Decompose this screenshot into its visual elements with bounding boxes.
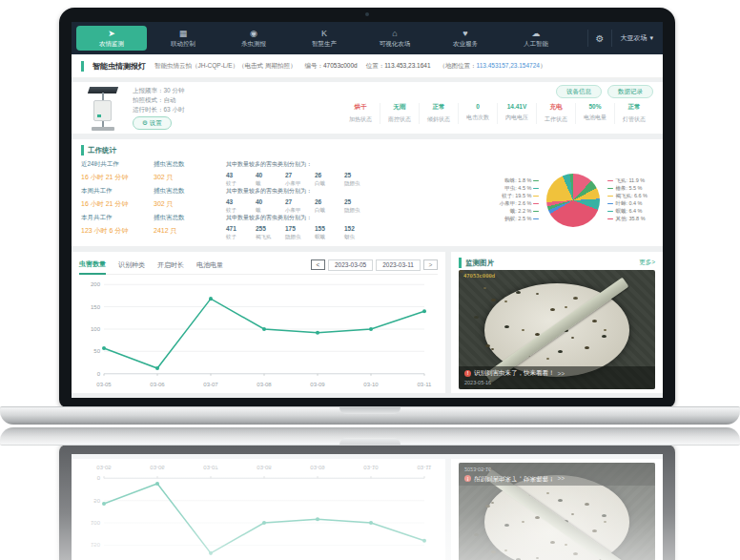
device-info-pill[interactable]: 设备信息 — [556, 85, 602, 98]
status-lamp-tube: 正常 灯管状态 — [614, 103, 653, 124]
status-label: 工作状态 — [538, 115, 574, 124]
pest-detail-title: 其中数量较多的害虫类别分别为： — [226, 160, 380, 169]
catch-total-label: 捕虫害总数 — [154, 187, 215, 196]
pest-item: 25隐翅虫 — [344, 172, 367, 187]
status-value: 烘干 — [342, 103, 379, 112]
pest-count: 255 — [256, 225, 278, 232]
photo-card-title: 监测图片 — [465, 259, 494, 268]
alert-line: ! 识别到害虫来了，快来看看！ >> — [464, 474, 649, 483]
pie-label: 褐飞虱: 6.6 % — [607, 193, 648, 199]
pie-label-text: 蚊子: 19.5 % — [502, 193, 531, 199]
settings-button[interactable]: ⚙ 设置 — [133, 116, 172, 130]
alert-line[interactable]: ! 识别到害虫来了，快来看看！ >> — [464, 369, 649, 378]
date-controls: < 2023-03-05 2023-03-11 > — [311, 259, 438, 271]
pest-count: 27 — [285, 198, 308, 205]
svg-text:150: 150 — [91, 304, 101, 310]
date-from-input[interactable]: 2023-03-05 — [328, 259, 373, 271]
map-location-value[interactable]: 113.453157,23.154724 — [477, 62, 540, 69]
device-title-bar: 智能虫情测报灯 智能虫情云拍（JH-CQP-L/E）（电击式 周期拍照） 编号：… — [72, 54, 663, 78]
pie-label-text: 椿象: 5.5 % — [615, 185, 642, 192]
data-record-pill[interactable]: 数据记录 — [607, 85, 653, 98]
pest-count: 175 — [285, 225, 308, 232]
tab-on-duration[interactable]: 开启时长 — [157, 256, 184, 274]
nav-label: 农业服务 — [453, 40, 478, 49]
trend-card: 虫害数量 识别种类 开启时长 电池电量 < 2023-03-05 2023-03… — [72, 459, 445, 560]
next-date-button[interactable]: > — [423, 259, 438, 270]
device-number: 编号：47053c000d — [304, 62, 357, 71]
pest-item: 43蚊子 — [226, 198, 249, 214]
pill-row: 设备信息 数据记录 — [556, 85, 653, 98]
nav-item-pest-report[interactable]: ◉ 杀虫测报 — [218, 22, 289, 54]
nav-label: 人工智能 — [524, 40, 548, 49]
device-status-area: 设备信息 数据记录 烘干 加热状态 无雨 雨控状态 正常 — [341, 85, 653, 131]
nav-item-linkage-control[interactable]: ▦ 联动控制 — [148, 22, 218, 54]
farm-selector-dropdown[interactable]: 大亚农场 ▾ — [620, 33, 653, 43]
laptop: ➤ 农情监测 ▦ 联动控制 ◉ 杀虫测报 K 智慧生产 ⌂ 可视化农场 — [59, 445, 675, 560]
status-value: 正常 — [421, 103, 457, 112]
photo-date: 2023-05-16 — [464, 467, 649, 472]
work-duration-block: 本周共工作 16 小时 21 分钟 — [81, 187, 142, 214]
pest-name: 白蛾 — [315, 180, 338, 187]
status-value: 50% — [577, 103, 613, 110]
lamp-base — [92, 127, 114, 131]
nav-label: 联动控制 — [171, 40, 195, 49]
building-icon: ⌂ — [392, 29, 397, 38]
pest-item: 152蚜虫 — [344, 225, 367, 240]
svg-text:100: 100 — [91, 326, 101, 332]
gear-icon[interactable]: ⚙ — [596, 33, 605, 44]
work-stats-body: 近24时共工作 16 小时 21 分钟 捕虫害总数 302 只 其中数量较多的害… — [81, 156, 653, 244]
grid-icon: ▦ — [179, 29, 188, 38]
insect-count-chart: 05010015020003-0503-0603-0703-0803-0903-… — [79, 461, 438, 560]
catch-total-block: 捕虫害总数 2412 只 — [154, 214, 215, 240]
monitor-photo-card: 监测图片 更多> 47053c000d ! 识别到害虫来了，快来看看！ — [451, 459, 663, 560]
status-value: 14.41V — [499, 103, 535, 110]
tab-species[interactable]: 识别种类 — [118, 256, 145, 274]
alert-arrows: >> — [558, 370, 565, 377]
stat-row-week: 本周共工作 16 小时 21 分钟 捕虫害总数 302 只 其中数量较多的害虫类… — [81, 187, 380, 214]
photo-header: 监测图片 更多> — [459, 256, 655, 270]
pie-label: 蛾: 2.2 % — [510, 208, 540, 215]
nav-item-smart-production[interactable]: K 智慧生产 — [289, 22, 360, 54]
trap-photo[interactable]: 47053c000d ! 识别到害虫来了，快来看看！ >> 2023-05-16 — [459, 270, 655, 389]
prev-date-button[interactable]: < — [311, 259, 325, 270]
svg-text:03-09: 03-09 — [310, 382, 325, 387]
laptop: ➤ 农情监测 ▦ 联动控制 ◉ 杀虫测报 K 智慧生产 ⌂ 可视化农场 — [59, 8, 675, 407]
photo-device-id: 47053c000d — [463, 273, 495, 279]
lamp-indicator — [97, 114, 101, 117]
status-label: 内电电压 — [499, 114, 535, 122]
pest-item: 26白蛾 — [315, 172, 338, 187]
work-stats-rows: 近24时共工作 16 小时 21 分钟 捕虫害总数 302 只 其中数量较多的害… — [81, 156, 380, 244]
device-card: 上报频率：30 分钟 拍照模式：自动 运行时长：63 小时 ⚙ 设置 设备信息 … — [72, 82, 663, 134]
svg-text:03-08: 03-08 — [257, 465, 272, 470]
pest-name: 小象甲 — [285, 207, 308, 214]
date-to-input[interactable]: 2023-03-11 — [376, 259, 421, 271]
pest-item: 255褐飞虱 — [256, 225, 278, 240]
trend-card: 虫害数量 识别种类 开启时长 电池电量 < 2023-03-05 2023-03… — [72, 252, 445, 393]
dashboard-screen: ➤ 农情监测 ▦ 联动控制 ◉ 杀虫测报 K 智慧生产 ⌂ 可视化农场 — [72, 22, 663, 398]
insect-blobs-small — [483, 287, 486, 289]
work-stats-card: 工作统计 近24时共工作 16 小时 21 分钟 捕虫害总数 302 只 — [72, 139, 663, 246]
tab-battery[interactable]: 电池电量 — [196, 256, 223, 274]
pie-label-tick — [607, 188, 613, 190]
info-line: 上报频率：30 分钟 — [133, 86, 185, 95]
pest-count: 471 — [226, 225, 249, 232]
pest-name: 隐翅虫 — [285, 234, 308, 240]
nav-item-visual-farm[interactable]: ⌂ 可视化农场 — [360, 22, 430, 54]
more-link[interactable]: 更多> — [639, 259, 655, 267]
pie-label-text: 甲虫: 4.5 % — [504, 185, 531, 192]
pie-label-tick — [533, 211, 539, 213]
nav-item-farm-monitor[interactable]: ➤ 农情监测 — [76, 26, 147, 51]
pie-label: 飞虱: 11.9 % — [607, 177, 645, 184]
pest-detail-block: 其中数量较多的害虫类别分别为： 471蚊子255褐飞虱175隐翅虫155螟蛾15… — [226, 214, 380, 240]
tab-insect-count[interactable]: 虫害数量 — [79, 255, 106, 275]
scene: ➤ 农情监测 ▦ 联动控制 ◉ 杀虫测报 K 智慧生产 ⌂ 可视化农场 — [0, 0, 740, 560]
device-info: 上报频率：30 分钟 拍照模式：自动 运行时长：63 小时 ⚙ 设置 — [133, 85, 185, 131]
catch-total-value: 302 只 — [154, 199, 215, 209]
line-chart-wrap: 05010015020003-0503-0603-0703-0803-0903-… — [79, 275, 438, 391]
pest-item: 27小象甲 — [285, 172, 308, 187]
pest-name: 螟蛾 — [315, 234, 338, 240]
nav-item-ai[interactable]: ☁ 人工智能 — [501, 22, 571, 54]
nav-item-agri-service[interactable]: ♥ 农业服务 — [430, 22, 501, 54]
svg-text:03-06: 03-06 — [150, 465, 165, 470]
photo-date: 2023-05-16 — [464, 380, 649, 385]
